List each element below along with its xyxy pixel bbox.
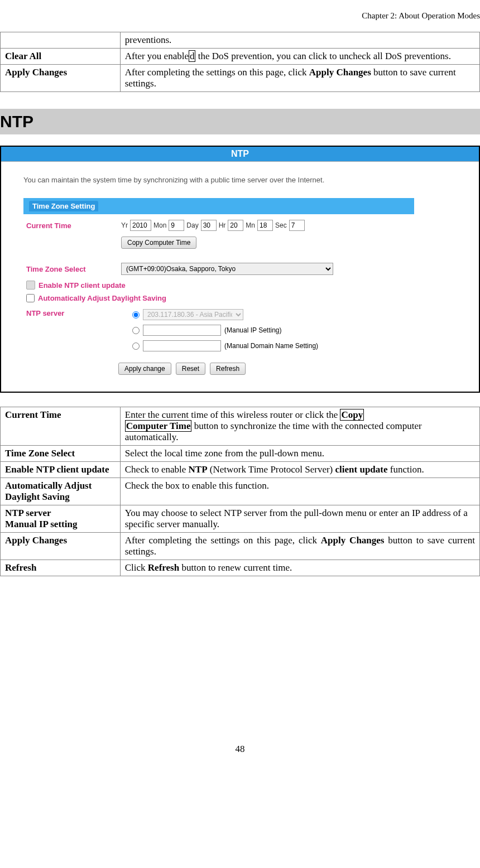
cell-desc: preventions. <box>120 32 479 49</box>
action-buttons: Apply change Reset Refresh <box>23 363 468 375</box>
cell-label: Time Zone Select <box>1 446 121 462</box>
timezone-label: Time Zone Select <box>26 265 116 273</box>
cell-desc: Check the box to enable this function. <box>120 478 479 505</box>
cell-desc: After completing the settings on this pa… <box>120 533 479 560</box>
section-heading-ntp: NTP <box>0 109 480 134</box>
ntp-radio-manual-domain[interactable] <box>132 343 140 350</box>
section-bar: Time Zone Setting <box>23 198 414 214</box>
reset-button[interactable]: Reset <box>176 363 205 375</box>
ntp-screenshot: NTP You can maintain the system time by … <box>0 146 480 393</box>
cell-label: Apply Changes <box>1 533 121 560</box>
timezone-row: Time Zone Select (GMT+09:00)Osaka, Sappo… <box>23 263 468 275</box>
cell-label: NTP server Manual IP setting <box>1 505 121 533</box>
copy-time-row: Copy Computer Time <box>23 237 468 249</box>
enable-ntp-checkbox[interactable] <box>26 281 35 290</box>
ntp-server-row: NTP server 203.117.180.36 - Asia Pacific… <box>23 309 468 351</box>
table-row: NTP server Manual IP setting You may cho… <box>1 505 480 533</box>
table-row: preventions. <box>1 32 480 49</box>
cell-label: Automatically Adjust Daylight Saving <box>1 478 121 505</box>
current-time-row: Current Time Yr Mon Day Hr Mn Sec <box>23 220 468 231</box>
manual-ip-label: (Manual IP Setting) <box>224 326 282 334</box>
month-input[interactable] <box>169 220 184 231</box>
cell-desc: You may choose to select NTP server from… <box>120 505 479 533</box>
ntp-radio-manual-ip[interactable] <box>132 327 140 334</box>
manual-domain-input[interactable] <box>143 340 221 351</box>
enable-ntp-row: Enable NTP client update <box>23 281 468 290</box>
hour-input[interactable] <box>228 220 243 231</box>
copy-computer-time-button[interactable]: Copy Computer Time <box>121 237 196 249</box>
table-row: Apply Changes After completing the setti… <box>1 533 480 560</box>
second-input[interactable] <box>289 220 305 231</box>
ntp-radio-dropdown[interactable] <box>132 311 140 319</box>
auto-daylight-checkbox[interactable] <box>26 294 35 302</box>
cell-label: Enable NTP client update <box>1 462 121 478</box>
table-row: Automatically Adjust Daylight Saving Che… <box>1 478 480 505</box>
ntp-desc-table: Current Time Enter the current time of t… <box>0 407 480 576</box>
auto-daylight-label: Automatically Adjust Daylight Saving <box>38 294 166 302</box>
timezone-select[interactable]: (GMT+09:00)Osaka, Sapporo, Tokyo <box>121 263 333 275</box>
enable-ntp-label: Enable NTP client update <box>39 281 126 290</box>
year-input[interactable] <box>130 220 151 231</box>
page-number: 48 <box>0 744 480 755</box>
auto-daylight-row: Automatically Adjust Daylight Saving <box>23 294 468 302</box>
cell-label: Refresh <box>1 560 121 576</box>
cell-desc: Enter the current time of this wireless … <box>120 407 479 446</box>
cell-label: Apply Changes <box>1 65 121 92</box>
cell-label: Clear All <box>1 49 121 65</box>
refresh-button[interactable]: Refresh <box>210 363 246 375</box>
table-row: Clear All After you enabled the DoS prev… <box>1 49 480 65</box>
table-row: Enable NTP client update Check to enable… <box>1 462 480 478</box>
time-inputs: Yr Mon Day Hr Mn Sec <box>121 220 305 231</box>
cell-label: Current Time <box>1 407 121 446</box>
manual-domain-label: (Manual Domain Name Setting) <box>224 342 318 350</box>
minute-input[interactable] <box>257 220 273 231</box>
manual-ip-input[interactable] <box>143 325 221 336</box>
ntp-server-label: NTP server <box>26 309 132 317</box>
dos-table: preventions. Clear All After you enabled… <box>0 32 480 92</box>
ntp-intro-text: You can maintain the system time by sync… <box>23 176 357 184</box>
ntp-banner: NTP <box>1 147 479 162</box>
cell-desc: Click Refresh button to renew current ti… <box>120 560 479 576</box>
table-row: Refresh Click Refresh button to renew cu… <box>1 560 480 576</box>
cell-desc: Select the local time zone from the pull… <box>120 446 479 462</box>
cell-desc: After completing the settings on this pa… <box>120 65 479 92</box>
day-input[interactable] <box>201 220 217 231</box>
page-header: Chapter 2: About Operation Modes <box>0 11 480 21</box>
table-row: Apply Changes After completing the setti… <box>1 65 480 92</box>
cell-desc: After you enabled the DoS prevention, yo… <box>120 49 479 65</box>
current-time-label: Current Time <box>26 221 116 230</box>
table-row: Time Zone Select Select the local time z… <box>1 446 480 462</box>
cell-label <box>1 32 121 49</box>
cell-desc: Check to enable NTP (Network Time Protoc… <box>120 462 479 478</box>
ntp-server-select[interactable]: 203.117.180.36 - Asia Pacific <box>143 309 243 320</box>
apply-change-button[interactable]: Apply change <box>118 363 171 375</box>
table-row: Current Time Enter the current time of t… <box>1 407 480 446</box>
